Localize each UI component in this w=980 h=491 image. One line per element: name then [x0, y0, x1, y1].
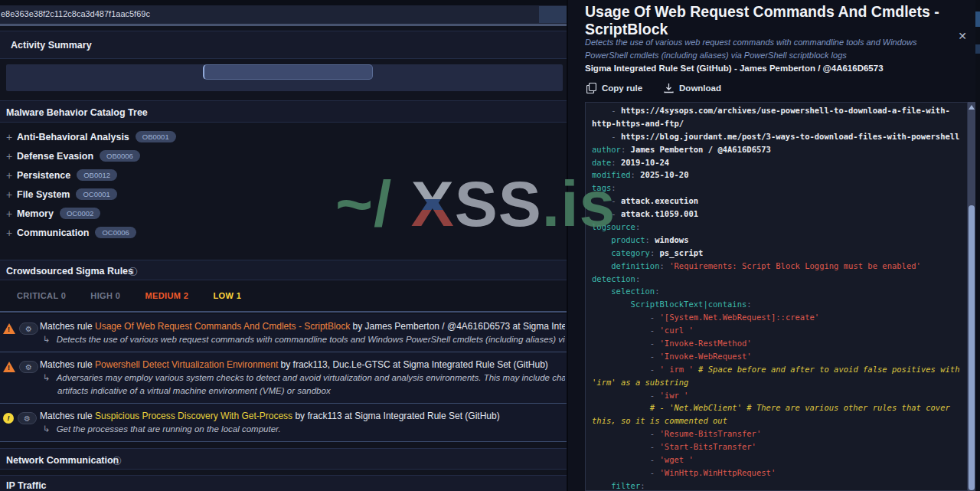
copy-icon [586, 83, 596, 93]
rule-match-suffix: by frack113, Duc.Le-GTSC at Sigma Integr… [278, 359, 548, 370]
rule-description-line: ↳Detects the use of various web request … [40, 333, 565, 346]
rule-match-suffix: by frack113 at Sigma Integrated Rule Set… [292, 411, 500, 421]
code-line: definition: 'Requirements: Script Block … [592, 260, 962, 273]
return-arrow-icon: ↳ [43, 424, 51, 434]
gear-icon[interactable]: ⚙ [19, 322, 38, 335]
rule-yaml-code-panel: - https://4sysops.com/archives/use-power… [585, 102, 968, 491]
expand-plus-icon[interactable]: + [6, 131, 17, 143]
rule-match-line: Matches rule Powershell Detect Virtualiz… [40, 358, 565, 372]
info-icon[interactable]: ⓘ [113, 455, 122, 468]
code-line: - 'Resume-BitsTransfer' [592, 427, 962, 440]
tab-high[interactable]: HIGH 0 [90, 291, 120, 300]
copy-rule-label: Copy rule [602, 83, 642, 93]
rule-link[interactable]: Usage Of Web Request Commands And Cmdlet… [95, 321, 350, 332]
rule-detail-source: Sigma Integrated Rule Set (GitHub) - Jam… [585, 64, 884, 73]
mbc-code-badge: OC0001 [76, 188, 116, 200]
code-line: - https://blog.jourdant.me/post/3-ways-t… [592, 130, 962, 143]
code-line: modified: 2025-10-20 [592, 169, 962, 182]
code-line: - https://4sysops.com/archives/use-power… [592, 104, 962, 117]
return-arrow-icon: ↳ [43, 335, 51, 344]
rule-match-prefix: Matches rule [40, 359, 95, 370]
mbc-code-badge: OB0006 [100, 150, 140, 162]
rule-description-line: ↳Get the processes that are running on t… [40, 423, 565, 436]
rule-description: Detects the use of various web request c… [57, 335, 565, 344]
tree-item-memory[interactable]: +MemoryOC0002 [0, 204, 567, 223]
mbc-title: Malware Behavior Catalog Tree [6, 107, 148, 118]
warning-triangle-icon: ! [3, 362, 15, 372]
code-line: - attack.t1059.001 [592, 208, 962, 221]
rule-text: Matches rule Powershell Detect Virtualiz… [40, 358, 565, 398]
code-line: - 'WinHttp.WinHttpRequest' [592, 466, 962, 480]
rule-link[interactable]: Suspicious Process Discovery With Get-Pr… [95, 411, 292, 421]
code-line: # - 'Net.WebClient' # There are various … [592, 401, 962, 414]
expand-plus-icon[interactable]: + [6, 169, 17, 182]
expand-plus-icon[interactable]: + [6, 208, 17, 220]
copy-rule-button[interactable]: Copy rule [586, 83, 642, 93]
rule-match-prefix: Matches rule [40, 411, 95, 421]
tree-item-anti-behavioral-analysis[interactable]: +Anti-Behavioral AnalysisOB0001 [0, 127, 567, 146]
scroll-up-icon[interactable] [969, 105, 975, 110]
expand-plus-icon[interactable]: + [6, 227, 17, 239]
rule-icons: !⚙ [3, 322, 38, 335]
gear-icon[interactable]: ⚙ [19, 361, 38, 373]
code-scrollbar[interactable] [968, 102, 975, 491]
code-line: 'irm' as a substring [592, 376, 962, 389]
code-line: - 'iwr ' [592, 389, 962, 402]
code-line: - 'Invoke-RestMethod' [592, 337, 962, 350]
code-line: - ' irm ' # Space before and after to av… [592, 363, 962, 376]
code-line: - 'curl ' [592, 324, 962, 337]
ip-traffic-header: IP Traffic [0, 475, 567, 491]
edge-decoration [975, 11, 980, 27]
tab-low[interactable]: LOW 1 [213, 291, 241, 300]
sigma-rules-title: Crowdsourced Sigma Rules [6, 266, 133, 277]
tab-critical[interactable]: CRITICAL 0 [17, 291, 66, 300]
code-line: http-https-and-ftp/ [592, 117, 962, 130]
code-line: product: windows [592, 234, 962, 247]
sigma-rules-header: Crowdsourced Sigma Rules ⓘ [0, 260, 567, 280]
tree-item-defense-evasion[interactable]: +Defense EvasionOB0006 [0, 146, 567, 165]
mbc-code-badge: OB0012 [77, 169, 117, 181]
severity-tabs: CRITICAL 0HIGH 0MEDIUM 2LOW 1 [0, 280, 567, 313]
activity-summary-card [6, 64, 563, 91]
expand-plus-icon[interactable]: + [6, 150, 17, 162]
sample-hash-bar: e8e363e38f2c112c8ca3d487f1aac5f69c [0, 5, 567, 24]
activity-summary-title: Activity Summary [11, 40, 92, 51]
close-icon[interactable]: ✕ [956, 29, 969, 43]
activity-summary-header: Activity Summary [0, 31, 567, 59]
gear-icon[interactable]: ⚙ [18, 412, 37, 424]
rule-description: Get the processes that are running on th… [57, 424, 281, 434]
info-icon[interactable]: ⓘ [129, 266, 138, 279]
tab-medium[interactable]: MEDIUM 2 [145, 291, 188, 300]
code-line: date: 2019-10-24 [592, 156, 962, 169]
download-icon [664, 83, 674, 93]
tree-item-persistence[interactable]: +PersistenceOB0012 [0, 165, 567, 185]
rule-match-prefix: Matches rule [40, 321, 95, 332]
rule-link[interactable]: Powershell Detect Virtualization Environ… [95, 359, 278, 370]
tree-item-label: Memory [17, 208, 54, 219]
network-communication-header: Network Communication ⓘ [0, 448, 567, 470]
code-line: - 'wget ' [592, 453, 962, 466]
download-rule-button[interactable]: Download [664, 83, 721, 93]
sample-hash-label: e8e363e38f2c112c8ca3d487f1aac5f69c [1, 9, 150, 18]
code-line: detection: [592, 273, 962, 286]
return-arrow-icon: ↳ [43, 373, 51, 382]
mbc-code-badge: OC0006 [95, 227, 136, 238]
top-strip [0, 0, 567, 5]
warning-triangle-icon: ! [3, 323, 15, 334]
rule-match-suffix: by James Pemberton / @4A616D6573 at Sigm… [350, 321, 565, 332]
code-line: selection: [592, 285, 962, 298]
scrollbar-thumb[interactable] [969, 205, 975, 490]
scrollbar-fragment[interactable] [539, 6, 567, 23]
code-line: - attack.execution [592, 195, 962, 208]
report-left-panel: e8e363e38f2c112c8ca3d487f1aac5f69c Activ… [0, 0, 567, 491]
tree-item-file-system[interactable]: +File SystemOC0001 [0, 185, 567, 204]
tree-item-label: Defense Evasion [17, 151, 93, 162]
rule-detail-description: Detects the use of various web request c… [585, 36, 926, 62]
rule-description-cont: artifacts indicative of a virtual machin… [40, 385, 565, 398]
page-edge-strip [975, 0, 980, 491]
code-line: ScriptBlockText|contains: [592, 298, 962, 311]
rule-detail-title: Usage Of Web Request Commands And Cmdlet… [585, 3, 946, 38]
expand-plus-icon[interactable]: + [6, 188, 17, 201]
tree-item-communication[interactable]: +CommunicationOC0006 [0, 223, 567, 242]
ip-traffic-title: IP Traffic [6, 480, 47, 491]
